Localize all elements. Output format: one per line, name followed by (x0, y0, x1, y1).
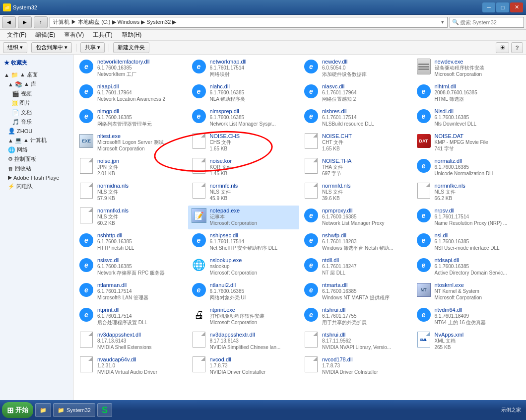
sidebar-zhou[interactable]: 👤 ZHOU (0, 127, 73, 136)
file-item[interactable]: 🌐 nslookup.exe nslookup Microsoft Corpor… (188, 255, 300, 279)
file-item[interactable]: normidna.nls NLS 文件 57.9 KB (75, 181, 187, 205)
file-item[interactable]: nvcod.dll 1.7.8.73 NVIDIA Driver CoInsta… (188, 354, 300, 378)
file-item[interactable]: e nrpsv.dll 6.1.7601.17514 Name Resoluti… (413, 206, 525, 229)
menu-view[interactable]: 查看(V) (60, 30, 88, 40)
file-item[interactable]: e nlahc.dll 6.1.7600.16385 NLA 帮助程序类 (188, 81, 300, 105)
file-item[interactable]: e ntshrui.dll 6.1.7601.17755 用于共享的外壳扩展 (300, 305, 412, 329)
back-button[interactable]: ◀ (2, 16, 16, 28)
toolbar: 组织 ▾ 包含到库中 ▾ 共享 ▾ 新建文件夹 ⊞ ? (0, 41, 526, 55)
file-item[interactable]: e nshhttp.dll 6.1.7600.16385 HTTP netsh … (75, 230, 187, 254)
file-item[interactable]: 📝 notepad.exe 记事本 Microsoft Corporation (188, 206, 300, 229)
file-item[interactable]: e ntdsapi.dll 6.1.7600.16385 Active Dire… (413, 255, 525, 279)
maximize-button[interactable]: □ (496, 2, 509, 12)
file-item[interactable]: e ntdll.dll 6.1.7601.18247 NT 层 DLL (300, 255, 412, 279)
close-button[interactable]: ✕ (510, 2, 523, 12)
file-item[interactable]: noise.jpn JPN 文件 2.01 KB (75, 156, 187, 180)
taskbar-s-item[interactable]: S (97, 403, 112, 417)
file-item[interactable]: e ntlanman.dll 6.1.7601.17514 Microsoft®… (75, 280, 187, 304)
start-button[interactable]: ⊞ 开始 (2, 402, 33, 418)
file-item[interactable]: e nlhtml.dll 2008.0.7600.16385 HTML 筛选器 (413, 81, 525, 105)
file-item[interactable]: noise.kor KOR 文件 1.45 KB (188, 156, 300, 180)
file-item[interactable]: e normaliz.dll 6.1.7600.16385 Unicode No… (413, 156, 525, 180)
help-button[interactable]: ? (511, 42, 523, 53)
address-path[interactable]: 计算机 ▶ 本地磁盘 (C:) ▶ Windows ▶ System32 ▶ ▾ (50, 17, 448, 28)
sidebar-recycle[interactable]: 🗑 回收站 (0, 164, 73, 173)
file-item[interactable]: e nsisvc.dll 6.1.7600.16385 Network 存储界面… (75, 255, 187, 279)
sidebar-computer[interactable]: ▲ 💻 ▲ 计算机 (0, 136, 73, 145)
file-item[interactable]: newdev.exe 设备驱动程序软件安装 Microsoft Corporat… (413, 57, 525, 80)
file-item[interactable]: e Nlsdl.dll 6.1.7600.16385 Nls Downlevel… (413, 106, 525, 130)
file-item[interactable]: nv3dappsshext.dll 8.17.13.6143 NVIDIA Sh… (75, 330, 187, 353)
file-detail2: NT 层 DLL (322, 270, 409, 276)
file-item[interactable]: e nshipsec.dll 6.1.7601.17514 Net Shell … (188, 230, 300, 254)
file-item[interactable]: e nlmsprep.dll 6.1.7600.16385 Network Li… (188, 106, 300, 130)
file-item[interactable]: e nlasvc.dll 6.1.7601.17964 网络位置感知 2 (300, 81, 412, 105)
sidebar-video[interactable]: 🎬 视频 (0, 89, 73, 98)
up-button[interactable]: ↑ (34, 16, 48, 28)
file-item[interactable]: normnfd.nls NLS 文件 39.6 KB (300, 181, 412, 205)
file-item[interactable]: NOISE.CHT CHT 文件 1.65 KB (300, 131, 412, 155)
file-item[interactable]: e newdev.dll 6.0.5054.0 添加硬件设备数据库 (300, 57, 412, 80)
file-item[interactable]: normnfkd.nls NLS 文件 60.2 KB (75, 206, 187, 229)
file-item[interactable]: nvaudcap64v.dll 1.2.31.0 NVIDIA Virtual … (75, 354, 187, 378)
sidebar-control[interactable]: ⚙ 控制面板 (0, 154, 73, 164)
menu-file[interactable]: 文件(F) (3, 30, 30, 40)
file-item[interactable]: 🖨 ntprint.exe 打印机驱动程序软件安装 Microsoft Corp… (188, 305, 300, 329)
file-info: normaliz.dll 6.1.7600.16385 Unicode Norm… (435, 158, 522, 177)
sidebar-adobe[interactable]: ▶ Adobe Flash Playe (0, 173, 73, 182)
search-input[interactable] (460, 19, 522, 25)
include-button[interactable]: 包含到库中 ▾ (31, 42, 72, 53)
minimize-button[interactable]: ─ (482, 2, 495, 12)
file-icon: 🌐 (191, 257, 207, 273)
file-detail2: Microsoft Corporation (435, 71, 522, 77)
file-item[interactable]: e nshwfp.dll 6.1.7601.18283 Windows 筛选平台… (300, 230, 412, 254)
file-item[interactable]: nv3dappsshextr.dll 8.17.13.6143 NVIDIA S… (188, 330, 300, 353)
file-item[interactable]: e nlsbres.dll 6.1.7601.17514 NLSBuild re… (300, 106, 412, 130)
file-detail2: Microsoft Corporation (210, 220, 297, 226)
file-detail2: NVIDIA Virtual Audio Driver (97, 369, 184, 375)
file-item[interactable]: normnfc.nls NLS 文件 45.9 KB (188, 181, 300, 205)
file-item[interactable]: NOISE.THA THA 文件 697 字节 (300, 156, 412, 180)
menu-help[interactable]: 帮助(H) (118, 30, 146, 40)
file-item[interactable]: e ntmarta.dll 6.1.7600.16385 Windows NT … (300, 280, 412, 304)
file-item[interactable]: e nlaapi.dll 6.1.7601.17964 Network Loca… (75, 81, 187, 105)
sidebar-network[interactable]: 🌐 网络 (0, 145, 73, 154)
sidebar-favorites[interactable]: ★ 收藏夹 (0, 58, 73, 68)
forward-button[interactable]: ▶ (18, 16, 32, 28)
sidebar-docs[interactable]: 📄 文档 (0, 108, 73, 117)
file-item[interactable]: e networkmap.dll 6.1.7601.17514 网络映射 (188, 57, 300, 80)
menu-edit[interactable]: 编辑(E) (31, 30, 59, 40)
file-item[interactable]: nvcod178.dll 1.7.8.73 NVIDIA Driver CoIn… (300, 354, 412, 378)
view-button[interactable]: ⊞ (496, 42, 509, 53)
path-dropdown-icon[interactable]: ▾ (441, 19, 444, 25)
file-item[interactable]: e ntvdm64.dll 6.1.7601.18409 NT64 上的 16 … (413, 305, 525, 329)
organize-button[interactable]: 组织 ▾ (3, 42, 27, 53)
file-item[interactable]: e nlmgp.dll 6.1.7600.16385 网络列表管理器管理单元 (75, 106, 187, 130)
share-button[interactable]: 共享 ▾ (80, 42, 105, 53)
file-item[interactable]: DAT NOISE.DAT KMP - MPEG Movie File 741 … (413, 131, 525, 155)
sidebar-music[interactable]: 🎵 音乐 (0, 117, 73, 127)
file-detail2: 用于共享的外壳扩展 (322, 319, 409, 326)
sidebar-desktop[interactable]: ▲ 📁 ▲ 桌面 (0, 70, 73, 79)
file-item[interactable]: e nsi.dll 6.1.7600.16385 NSI User-mode i… (413, 230, 525, 254)
file-icon: e (303, 108, 319, 124)
file-item[interactable]: e ntprint.dll 6.1.7601.17514 后台处理程序设置 DL… (75, 305, 187, 329)
sidebar-images[interactable]: 🖼 图片 (0, 98, 73, 108)
taskbar-folder-item[interactable]: 📁 (35, 403, 51, 417)
file-item[interactable]: e ntlanui2.dll 6.1.7600.16385 网络对象外壳 UI (188, 280, 300, 304)
file-item[interactable]: e npmproxy.dll 6.1.7600.16385 Network Li… (300, 206, 412, 229)
file-item[interactable]: EXE nltest.exe Microsoft® Logon Server 测… (75, 131, 187, 155)
file-item[interactable]: NT ntoskrnl.exe NT Kernel & System Micro… (413, 280, 525, 304)
sidebar-flash[interactable]: ⚡ 闪电队 (0, 182, 73, 191)
file-item[interactable]: e networkitemfactory.dll 6.1.7600.16385 … (75, 57, 187, 80)
new-folder-button[interactable]: 新建文件夹 (113, 42, 149, 53)
file-item[interactable]: normnfkc.nls NLS 文件 66.2 KB (413, 181, 525, 205)
file-item[interactable]: XML NvApps.xml XML 文档 265 KB (413, 330, 525, 353)
taskbar-window-item[interactable]: 📁 System32 (53, 403, 95, 417)
sidebar-library[interactable]: ▲ 📚 ▲ 库 (0, 79, 73, 89)
file-item[interactable]: ntshrui.dll 8.17.11.9562 NVIDIA NVAPI Li… (300, 330, 412, 353)
file-item[interactable]: NOISE.CHS CHS 文件 1.65 KB (188, 131, 300, 155)
menu-tools[interactable]: 工具(T) (89, 30, 116, 40)
file-name: ntdsapi.dll (435, 257, 522, 263)
file-name: NOISE.DAT (435, 133, 522, 139)
